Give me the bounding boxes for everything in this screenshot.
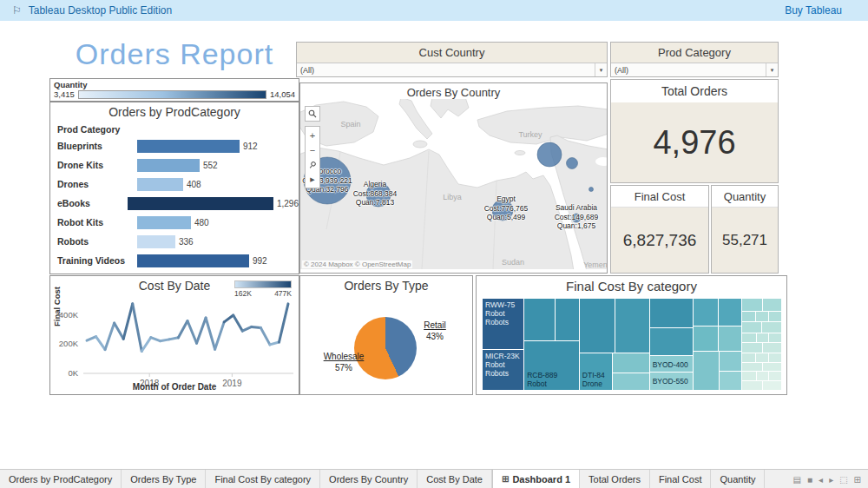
new-worksheet-icon[interactable]: ⬚ (839, 475, 847, 485)
treemap-cell[interactable] (556, 299, 580, 341)
bar-track: 912 (137, 140, 299, 153)
treemap-cell[interactable] (763, 363, 781, 373)
treemap-cell[interactable] (769, 372, 781, 381)
treemap-cell[interactable] (650, 299, 694, 328)
treemap-cell[interactable] (763, 381, 781, 391)
treemap-cell[interactable] (613, 373, 650, 390)
show-tabs-icon[interactable]: ■ (807, 475, 812, 485)
treemap-cell[interactable] (763, 343, 781, 353)
prev-tab-icon[interactable]: ◂ (819, 475, 823, 485)
bar-category-label: Drone Kits (57, 160, 137, 170)
map-pan-button[interactable]: ▶ (306, 172, 319, 187)
retail-annotation: Retail 43% (409, 320, 461, 342)
map-attribution: © 2024 Mapbox © OpenStreetMap (302, 260, 412, 268)
bar-value-label: 480 (194, 218, 209, 228)
treemap-cell[interactable] (757, 372, 769, 381)
sheet-tab-cost-by-date[interactable]: Cost By Date (418, 470, 492, 488)
treemap-cell[interactable] (769, 353, 781, 363)
map-pin-button[interactable] (306, 157, 319, 172)
treemap-cell[interactable] (650, 328, 694, 357)
treemap-cell[interactable] (742, 322, 761, 333)
bar-mark[interactable] (128, 197, 273, 210)
sheet-tab-total-orders[interactable]: Total Orders (580, 470, 650, 488)
treemap-cell[interactable] (757, 333, 769, 344)
sheet-tab-orders-by-country[interactable]: Orders By Country (320, 470, 418, 488)
legend-gradient[interactable] (78, 90, 266, 99)
dropdown-value: (All) (297, 66, 314, 75)
final-cost-value: 6,827,736 (611, 208, 708, 273)
treemap-cell[interactable] (742, 372, 757, 381)
sheet-tab-quantity[interactable]: Quantity (711, 470, 765, 488)
slice-percent: 43% (409, 331, 461, 342)
quantity-color-legend: Quantity 3,415 14,054 (49, 78, 299, 102)
treemap-cell[interactable] (694, 299, 719, 326)
sheet-tab-orders-by-type[interactable]: Orders By Type (122, 470, 206, 488)
treemap-cell[interactable] (615, 299, 650, 353)
line-chart[interactable]: 0K200K400K20182019 (50, 293, 299, 391)
treemap-cell[interactable] (756, 312, 769, 323)
bar-mark[interactable] (137, 159, 200, 172)
treemap-cell[interactable] (742, 363, 763, 373)
y-tick-label: 0K (68, 368, 78, 378)
treemap-cell-byod-550[interactable]: BYOD-550 (650, 373, 694, 390)
sheet-tab-orders-by-prodcategory[interactable]: Orders by ProdCategory (0, 470, 122, 488)
treemap-cell[interactable] (580, 299, 615, 353)
prod-category-dropdown[interactable]: (All) ▾ (611, 63, 778, 76)
treemap-cell[interactable] (742, 343, 763, 353)
treemap-cell[interactable] (720, 352, 742, 372)
treemap-cell[interactable] (742, 299, 763, 312)
bar-mark[interactable] (137, 216, 191, 229)
treemap-cell[interactable] (742, 353, 755, 363)
next-tab-icon[interactable]: ▸ (829, 475, 833, 485)
treemap-cell[interactable] (694, 326, 719, 352)
kpi-title: Total Orders (611, 80, 778, 102)
treemap-cell-rww-75[interactable]: RWW-75RobotRobots (483, 299, 524, 350)
bar-mark[interactable] (137, 254, 249, 267)
treemap-cell-dti-84[interactable]: DTI-84Drone (580, 353, 613, 390)
treemap-cell[interactable] (769, 333, 781, 344)
treemap-cell[interactable] (719, 326, 743, 352)
treemap-cell[interactable] (694, 352, 720, 390)
treemap-cell[interactable] (742, 312, 755, 323)
treemap-cell[interactable] (524, 299, 556, 341)
map-canvas[interactable]: SpainTurkeyLibyaSudanYemen MoroccoCost:3… (300, 99, 607, 269)
treemap-cell[interactable] (756, 353, 769, 363)
bar-mark[interactable] (137, 235, 175, 248)
map-annotation: AlgeriaCost:868,384Quan:7,813 (345, 180, 404, 208)
total-orders-value: 4,976 (611, 102, 778, 182)
treemap-cell-label: RWW-75 (485, 300, 522, 309)
zoom-in-button[interactable]: + (306, 128, 319, 142)
map-bubble[interactable] (589, 188, 594, 192)
buy-tableau-link[interactable]: Buy Tableau (785, 4, 842, 16)
treemap-cell[interactable] (742, 333, 757, 344)
treemap-cell-micr-23k[interactable]: MICR-23KRobotRobots (483, 350, 524, 390)
treemap-cell[interactable] (762, 322, 781, 333)
treemap-cell[interactable] (763, 299, 781, 312)
bar-category-label: Drones (57, 179, 137, 189)
chevron-down-icon[interactable]: ▾ (595, 63, 607, 76)
new-dashboard-icon[interactable]: ⊞ (854, 475, 861, 485)
treemap-cell[interactable] (742, 381, 763, 391)
top-bar: ⚐ Tableau Desktop Public Edition Buy Tab… (0, 0, 868, 21)
sheet-tab-final-cost[interactable]: Final Cost (650, 470, 712, 488)
map-search-button[interactable] (305, 106, 320, 122)
treemap-cell-rcb-889-robot[interactable]: RCB-889 Robot (524, 341, 580, 390)
legend-gradient[interactable] (234, 280, 292, 288)
map-bubble[interactable] (567, 158, 578, 169)
sheet-tab-final-cost-by-category[interactable]: Final Cost By category (206, 470, 320, 488)
tab-label: Dashboard 1 (512, 474, 570, 485)
treemap-cell[interactable] (769, 312, 781, 323)
treemap-cell[interactable] (719, 299, 743, 326)
cust-country-dropdown[interactable]: (All) ▾ (297, 63, 607, 76)
treemap-cell-byod-400[interactable]: BYOD-400 (650, 356, 694, 373)
treemap-cell[interactable] (613, 353, 650, 373)
sheet-tab-dashboard-1[interactable]: ⊞Dashboard 1 (492, 470, 580, 488)
bar-mark[interactable] (137, 178, 183, 191)
line-segment (160, 340, 169, 341)
zoom-out-button[interactable]: − (306, 142, 319, 157)
chevron-down-icon[interactable]: ▾ (766, 63, 778, 76)
filmstrip-icon[interactable]: ▤ (793, 475, 801, 485)
bar-mark[interactable] (137, 140, 240, 153)
treemap-cell[interactable] (720, 372, 742, 390)
map-bubble[interactable] (537, 142, 562, 167)
